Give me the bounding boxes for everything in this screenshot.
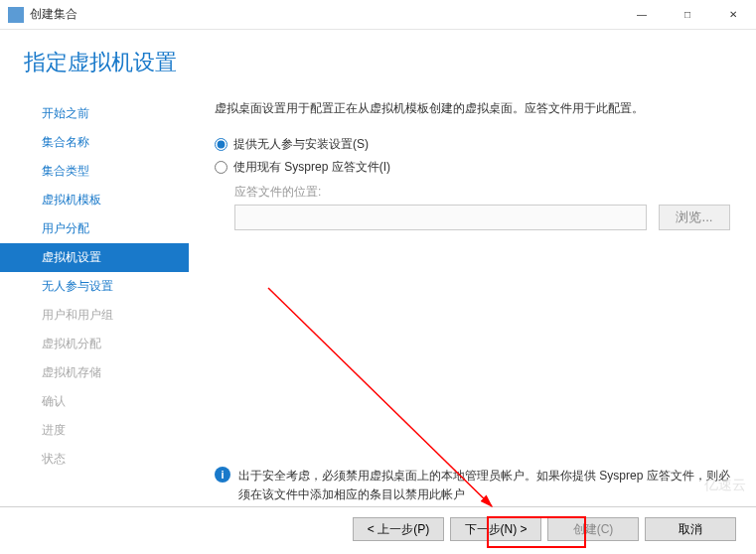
nav-progress: 进度 — [0, 416, 189, 445]
wizard-footer: < 上一步(P) 下一步(N) > 创建(C) 取消 — [0, 506, 756, 554]
app-icon — [8, 7, 24, 23]
radio-sysprep-label: 使用现有 Sysprep 应答文件(I) — [233, 159, 390, 176]
content-panel: 虚拟桌面设置用于配置正在从虚拟机模板创建的虚拟桌面。应答文件用于此配置。 提供无… — [189, 99, 756, 526]
page-title: 指定虚拟机设置 — [0, 30, 756, 99]
window-title: 创建集合 — [30, 6, 619, 23]
answer-file-path-input — [234, 205, 647, 230]
path-label: 应答文件的位置: — [234, 184, 736, 201]
wizard-sidebar: 开始之前 集合名称 集合类型 虚拟机模板 用户分配 虚拟机设置 无人参与设置 用… — [0, 99, 189, 526]
nav-user-assign[interactable]: 用户分配 — [0, 214, 189, 243]
answer-file-block: 应答文件的位置: 浏览... — [234, 184, 736, 230]
nav-status: 状态 — [0, 445, 189, 474]
nav-users-groups: 用户和用户组 — [0, 301, 189, 330]
radio-sysprep[interactable] — [215, 161, 227, 174]
titlebar: 创建集合 — □ ✕ — [0, 0, 756, 30]
nav-vm-settings[interactable]: 虚拟机设置 — [0, 243, 189, 272]
minimize-button[interactable]: — — [619, 0, 665, 30]
nav-start[interactable]: 开始之前 — [0, 99, 189, 128]
maximize-button[interactable]: □ — [665, 0, 710, 30]
radio-sysprep-row[interactable]: 使用现有 Sysprep 应答文件(I) — [215, 159, 736, 176]
info-text: 出于安全考虑，必须禁用虚拟桌面上的本地管理员帐户。如果你提供 Sysprep 应… — [238, 467, 736, 504]
watermark: 亿速云 — [704, 477, 746, 494]
info-icon: i — [215, 467, 230, 483]
radio-unattend-label: 提供无人参与安装设置(S) — [233, 136, 369, 153]
cancel-button[interactable]: 取消 — [645, 517, 736, 541]
nav-collection-name[interactable]: 集合名称 — [0, 128, 189, 157]
create-button: 创建(C) — [547, 517, 639, 541]
nav-vm-alloc: 虚拟机分配 — [0, 330, 189, 358]
nav-vm-storage: 虚拟机存储 — [0, 358, 189, 387]
prev-button[interactable]: < 上一步(P) — [353, 517, 444, 541]
nav-confirm: 确认 — [0, 387, 189, 416]
close-button[interactable]: ✕ — [710, 0, 756, 30]
nav-unattend[interactable]: 无人参与设置 — [0, 272, 189, 301]
window-controls: — □ ✕ — [619, 0, 756, 30]
info-row: i 出于安全考虑，必须禁用虚拟桌面上的本地管理员帐户。如果你提供 Sysprep… — [215, 467, 736, 504]
nav-vm-template[interactable]: 虚拟机模板 — [0, 186, 189, 214]
radio-unattend[interactable] — [215, 138, 227, 151]
radio-unattend-row[interactable]: 提供无人参与安装设置(S) — [215, 136, 736, 153]
main-area: 开始之前 集合名称 集合类型 虚拟机模板 用户分配 虚拟机设置 无人参与设置 用… — [0, 99, 756, 526]
description-text: 虚拟桌面设置用于配置正在从虚拟机模板创建的虚拟桌面。应答文件用于此配置。 — [215, 99, 736, 118]
browse-button: 浏览... — [659, 205, 730, 230]
path-input-row: 浏览... — [234, 205, 736, 230]
nav-collection-type[interactable]: 集合类型 — [0, 157, 189, 186]
next-button[interactable]: 下一步(N) > — [450, 517, 541, 541]
